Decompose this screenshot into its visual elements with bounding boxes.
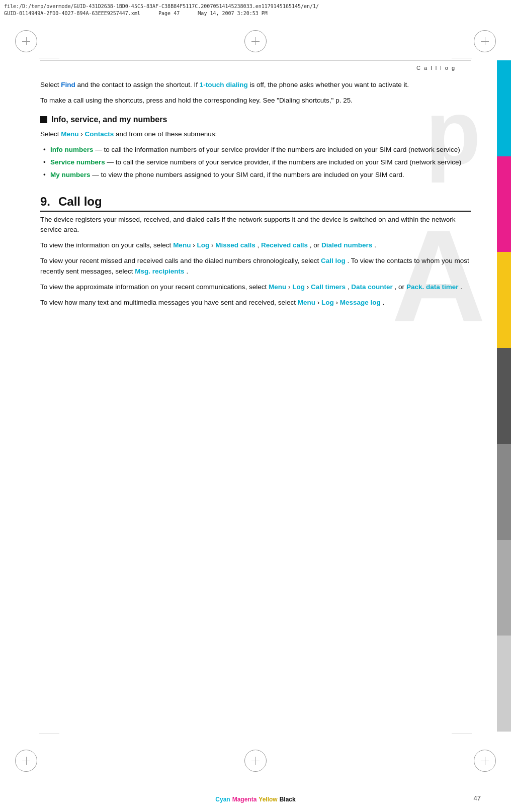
received-calls-link: Received calls xyxy=(261,241,308,249)
intro-paragraph-1: Select Find and the contact to assign th… xyxy=(40,80,471,91)
registration-mark-top xyxy=(244,30,267,52)
yellow-bar xyxy=(497,252,511,348)
message-log-link: Message log xyxy=(340,299,381,306)
menu-link-1: Menu xyxy=(61,130,78,138)
list-item: Service numbers — to call the service nu… xyxy=(40,157,471,168)
info-service-heading-text: Info, service, and my numbers xyxy=(51,115,167,124)
contacts-link: Contacts xyxy=(85,130,114,138)
call-log-para-3: To view your recent missed and received … xyxy=(40,256,471,277)
call-log-link: Call log xyxy=(321,257,346,264)
chapter-number: 9. xyxy=(40,195,50,209)
file-path-header: file:/D:/temp/overmode/GUID-431D2638-1BD… xyxy=(0,0,511,18)
dark-bar-2 xyxy=(497,444,511,540)
section-label: C a l l l o g xyxy=(40,65,471,71)
chapter-title: Call log xyxy=(58,195,102,209)
list-item: Info numbers — to call the information n… xyxy=(40,145,471,155)
service-numbers-link: Service numbers xyxy=(50,158,105,166)
cyan-bar xyxy=(497,60,511,156)
menu-link-4: Menu xyxy=(298,299,315,306)
magenta-bar xyxy=(497,156,511,252)
registration-mark-tl xyxy=(15,30,37,52)
menu-link-3: Menu xyxy=(269,283,286,291)
find-link: Find xyxy=(61,81,75,88)
dialed-numbers-link: Dialed numbers xyxy=(321,241,372,249)
chapter-9-heading: 9. Call log xyxy=(40,195,471,212)
trim-line xyxy=(452,58,472,58)
missed-calls-link: Missed calls xyxy=(215,241,256,249)
call-log-para-1: The device registers your missed, receiv… xyxy=(40,215,471,236)
page-number: 47 xyxy=(474,794,481,802)
call-log-para-2: To view the information on your calls, s… xyxy=(40,240,471,251)
main-content: C a l l l o g Select Find and the contac… xyxy=(40,60,491,732)
one-touch-dialing-link: 1-touch dialing xyxy=(200,81,248,88)
color-registration-bars xyxy=(497,60,511,732)
trim-line xyxy=(452,734,472,734)
cmyk-magenta-label: Magenta xyxy=(232,796,257,803)
registration-mark-br xyxy=(474,750,496,772)
call-log-para-5: To view how many text and multimedia mes… xyxy=(40,298,471,308)
cmyk-strip: Cyan Magenta Yellow Black xyxy=(215,796,295,803)
data-counter-link: Data counter xyxy=(351,283,393,291)
dark-bar-1 xyxy=(497,348,511,444)
dark-bar-4 xyxy=(497,636,511,732)
info-service-heading: Info, service, and my numbers xyxy=(40,115,471,124)
log-link-3: Log xyxy=(321,299,334,306)
call-timers-link: Call timers xyxy=(311,283,346,291)
list-item: My numbers — to view the phone numbers a… xyxy=(40,170,471,181)
pack-data-timer-link: Pack. data timer xyxy=(406,283,459,291)
registration-mark-bl xyxy=(15,750,37,772)
cmyk-black-label: Black xyxy=(280,796,296,803)
section-divider-top xyxy=(40,60,471,61)
registration-mark-tr xyxy=(474,30,496,52)
log-link-1: Log xyxy=(197,241,209,249)
trim-line xyxy=(39,58,59,58)
cmyk-cyan-label: Cyan xyxy=(215,796,230,803)
call-log-para-4: To view the approximate information on y… xyxy=(40,282,471,293)
log-link-2: Log xyxy=(292,283,305,291)
info-bullets-list: Info numbers — to call the information n… xyxy=(40,145,471,181)
section-heading-icon xyxy=(40,116,47,123)
msg-recipients-link: Msg. recipients xyxy=(135,267,184,275)
info-section-intro: Select Menu › Contacts and from one of t… xyxy=(40,129,471,140)
my-numbers-link: My numbers xyxy=(50,171,91,178)
dark-bar-3 xyxy=(497,540,511,636)
intro-paragraph-2: To make a call using the shortcuts, pres… xyxy=(40,96,471,106)
menu-link-2: Menu xyxy=(173,241,191,249)
trim-line xyxy=(39,734,59,734)
registration-mark-bottom xyxy=(244,750,267,772)
cmyk-yellow-label: Yellow xyxy=(259,796,277,803)
info-numbers-link: Info numbers xyxy=(50,146,94,153)
